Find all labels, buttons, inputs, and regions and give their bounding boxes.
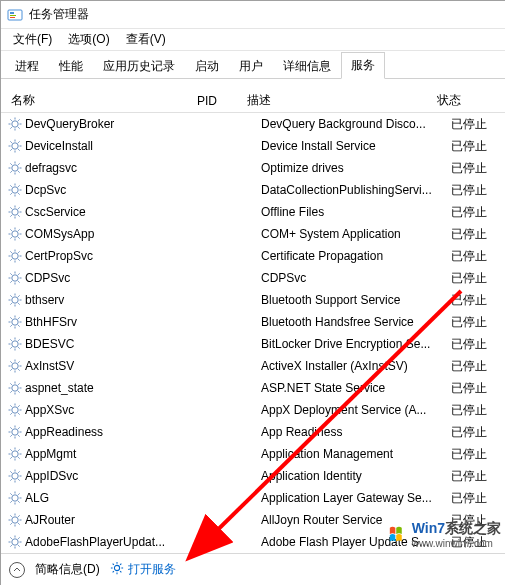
table-row[interactable]: DevQueryBrokerDevQuery Background Disco.… [1,113,505,135]
table-row[interactable]: BthHFSrvBluetooth Handsfree Service已停止 [1,311,505,333]
menubar: 文件(F) 选项(O) 查看(V) [1,29,505,51]
svg-line-135 [10,427,11,428]
svg-line-57 [18,229,19,230]
statusbar: 简略信息(D) 打开服务 [1,553,505,585]
service-list[interactable]: DevQueryBrokerDevQuery Background Disco.… [1,113,505,555]
svg-line-54 [10,229,11,230]
menu-view[interactable]: 查看(V) [118,29,174,50]
svg-line-21 [18,141,19,142]
table-row[interactable]: AxInstSVActiveX Installer (AxInstSV)已停止 [1,355,505,377]
svg-line-145 [18,457,19,458]
service-status: 已停止 [451,270,499,287]
menu-options[interactable]: 选项(O) [60,29,117,50]
svg-line-20 [10,149,11,150]
table-row[interactable]: AppReadinessApp Readiness已停止 [1,421,505,443]
gear-icon [7,336,23,352]
service-name: CscService [25,205,211,219]
tabs: 进程 性能 应用历史记录 启动 用户 详细信息 服务 [1,51,505,79]
service-name: AppReadiness [25,425,211,439]
svg-line-138 [18,427,19,428]
gear-icon [7,138,23,154]
table-row[interactable]: CscServiceOffline Files已停止 [1,201,505,223]
svg-line-29 [10,171,11,172]
tab-performance[interactable]: 性能 [49,53,93,79]
chevron-up-icon[interactable] [9,562,25,578]
table-row[interactable]: defragsvcOptimize drives已停止 [1,157,505,179]
table-row[interactable]: BDESVCBitLocker Drive Encryption Se...已停… [1,333,505,355]
service-desc: ActiveX Installer (AxInstSV) [261,359,451,373]
svg-point-175 [12,539,18,545]
service-status: 已停止 [451,204,499,221]
service-status: 已停止 [451,512,499,529]
service-status: 已停止 [451,446,499,463]
table-row[interactable]: CertPropSvcCertificate Propagation已停止 [1,245,505,267]
svg-line-18 [10,141,11,142]
table-row[interactable]: AppXSvcAppX Deployment Service (A...已停止 [1,399,505,421]
service-name: bthserv [25,293,211,307]
gear-icon [7,292,23,308]
service-status: 已停止 [451,424,499,441]
service-name: AppXSvc [25,403,211,417]
svg-line-101 [10,347,11,348]
table-row[interactable]: ALGApplication Layer Gateway Se...已停止 [1,487,505,509]
table-row[interactable]: COMSysAppCOM+ System Application已停止 [1,223,505,245]
svg-line-11 [10,127,11,128]
gear-icon [7,424,23,440]
service-desc: Bluetooth Handsfree Service [261,315,451,329]
svg-line-12 [18,119,19,120]
fewer-details-link[interactable]: 简略信息(D) [35,561,100,578]
svg-line-48 [18,207,19,208]
column-headers: 名称 PID 描述 状态 [1,89,505,113]
table-row[interactable]: CDPSvcCDPSvc已停止 [1,267,505,289]
svg-point-103 [12,363,18,369]
tab-users[interactable]: 用户 [229,53,273,79]
svg-point-157 [12,495,18,501]
svg-line-173 [10,523,11,524]
table-row[interactable]: DeviceInstallDevice Install Service已停止 [1,135,505,157]
table-row[interactable]: AppMgmtApplication Management已停止 [1,443,505,465]
svg-point-139 [12,451,18,457]
table-row[interactable]: aspnet_stateASP.NET State Service已停止 [1,377,505,399]
gear-icon [7,204,23,220]
service-status: 已停止 [451,182,499,199]
task-manager-window: 任务管理器 文件(F) 选项(O) 查看(V) 进程 性能 应用历史记录 启动 … [0,0,505,585]
tab-services[interactable]: 服务 [341,52,385,79]
svg-line-129 [18,405,19,406]
service-desc: Certificate Propagation [261,249,451,263]
header-pid[interactable]: PID [197,94,247,108]
svg-line-39 [18,185,19,186]
tab-history[interactable]: 应用历史记录 [93,53,185,79]
tab-startup[interactable]: 启动 [185,53,229,79]
titlebar[interactable]: 任务管理器 [1,1,505,29]
service-desc: AllJoyn Router Service [261,513,451,527]
svg-line-10 [18,127,19,128]
gear-icon [7,534,23,550]
header-desc[interactable]: 描述 [247,92,437,109]
open-services-link[interactable]: 打开服务 [110,561,176,578]
header-name[interactable]: 名称 [7,92,197,109]
svg-line-65 [10,259,11,260]
service-name: BthHFSrv [25,315,211,329]
table-row[interactable]: bthservBluetooth Support Service已停止 [1,289,505,311]
header-status[interactable]: 状态 [437,92,499,109]
window-title: 任务管理器 [29,6,89,23]
menu-file[interactable]: 文件(F) [5,29,60,50]
service-desc: COM+ System Application [261,227,451,241]
service-status: 已停止 [451,380,499,397]
service-desc: AppX Deployment Service (A... [261,403,451,417]
table-row[interactable]: AdobeFlashPlayerUpdat...Adobe Flash Play… [1,531,505,553]
svg-line-99 [10,339,11,340]
service-name: AxInstSV [25,359,211,373]
svg-point-112 [12,385,18,391]
table-row[interactable]: AJRouterAllJoyn Router Service已停止 [1,509,505,531]
table-row[interactable]: DcpSvcDataCollectionPublishingServi...已停… [1,179,505,201]
service-status: 已停止 [451,160,499,177]
table-row[interactable]: AppIDSvcApplication Identity已停止 [1,465,505,487]
gear-icon [7,314,23,330]
svg-line-136 [18,435,19,436]
tab-processes[interactable]: 进程 [5,53,49,79]
tab-details[interactable]: 详细信息 [273,53,341,79]
service-desc: CDPSvc [261,271,451,285]
svg-line-66 [18,251,19,252]
svg-line-118 [18,391,19,392]
